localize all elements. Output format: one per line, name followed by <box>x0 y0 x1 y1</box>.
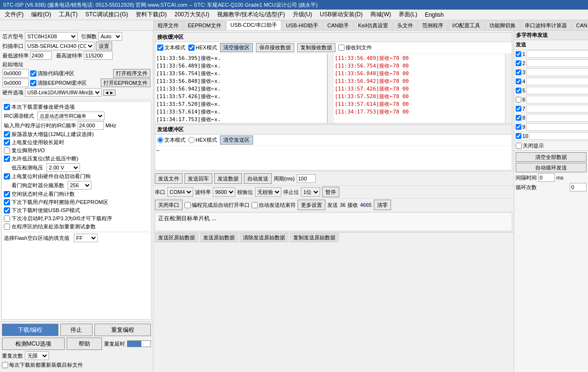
menu-item-usbdriver[interactable]: USB驱动安装(D) <box>317 10 365 19</box>
opt-reset-pin-cb[interactable] <box>4 147 10 154</box>
menu-item-jokes[interactable]: 200万大笑(U) <box>172 10 212 19</box>
auto-end-cb[interactable] <box>252 202 258 208</box>
clear-eeprom-checkbox[interactable] <box>30 80 36 86</box>
download-button[interactable]: 下载/编程 <box>2 324 58 336</box>
recv-copy-button[interactable]: 复制接收数据 <box>297 43 335 52</box>
opt-flash-fill-select[interactable]: FF <box>74 234 98 242</box>
send-data-button[interactable]: 发送数据 <box>214 173 242 184</box>
tab-usb_cdc[interactable]: USB-CDC/串口助手 <box>226 20 281 30</box>
ms-row-input-9[interactable] <box>526 123 588 131</box>
ms-row-cb-8[interactable] <box>516 115 521 121</box>
send-text-mode-radio[interactable] <box>157 137 163 143</box>
send-content[interactable]: — <box>155 146 512 170</box>
opt-test-params-cb[interactable] <box>4 224 10 230</box>
hw-select[interactable]: USB-Link1D/U8W/U8W-Mini脱机、程序加 <box>25 88 102 97</box>
more-settings-button[interactable]: 更多设置 <box>298 200 325 210</box>
reload-checkbox[interactable] <box>2 362 8 368</box>
ms-interval-input[interactable] <box>538 173 555 182</box>
tab-example[interactable]: 范例程序 <box>418 21 448 30</box>
bottom-tab-3[interactable]: 复制发送原始数据 <box>290 233 339 242</box>
reset-count-select[interactable]: 无限 <box>25 351 49 360</box>
addr2-input[interactable] <box>2 79 29 87</box>
ms-row-cb-3[interactable] <box>516 69 521 75</box>
opt-low-voltage-level-select[interactable]: 2.00 V <box>46 163 80 172</box>
recv-right-panel[interactable]: [11:33:56.489]接收←78 00[11:33:56.754]接收←7… <box>334 54 506 123</box>
recv-text-mode-label[interactable]: 文本模式 <box>157 44 185 51</box>
scan-port-select[interactable]: USB-SERIAL CH340 (COM3) <box>25 42 94 50</box>
tab-eeprom_file[interactable]: EEPROM文件 <box>184 21 226 30</box>
lead-count-select[interactable]: Auto <box>98 32 122 41</box>
tab-keil[interactable]: Keil仿真设置 <box>354 21 392 30</box>
send-text-mode-label[interactable]: 文本模式 <box>157 136 185 144</box>
stop-select[interactable]: 1位 <box>301 187 320 197</box>
tab-program_file[interactable]: 程序文件 <box>153 21 183 30</box>
min-baud-input[interactable] <box>30 51 52 60</box>
opt-next-load-eeprom-cb[interactable] <box>4 199 10 205</box>
ms-clear-all-button[interactable]: 清空全部数据 <box>516 152 587 162</box>
hw-scroll-btn[interactable]: ◄► <box>103 90 115 96</box>
bottom-tab-0[interactable]: 发送区原始数据 <box>155 233 198 242</box>
opt-irc-mode-select[interactable]: 总是动态调节IRC频率 <box>37 112 104 120</box>
recv-text-mode-cb[interactable] <box>157 45 163 51</box>
check-mcu-button[interactable]: 检测MCU选项 <box>2 338 65 350</box>
tab-baud_calc[interactable]: 串口波特率计算器 <box>520 21 571 30</box>
clear-eeprom-checkbox-label[interactable]: 清除EEPROM缓冲区 <box>30 79 87 87</box>
recv-right-scrollbar[interactable] <box>505 54 512 123</box>
baud-select[interactable]: 9600 <box>213 187 235 197</box>
menu-item-file[interactable]: 文件(F) <box>2 10 26 19</box>
chip-type-select[interactable]: STC8H1K08 <box>25 32 78 41</box>
recv-to-file-label[interactable]: 接收到文件 <box>338 44 372 51</box>
send-file-button[interactable]: 发送文件 <box>155 173 183 184</box>
auto-end-label[interactable]: 自动发送结束符 <box>252 202 296 209</box>
addr1-input[interactable] <box>2 69 29 78</box>
recv-to-file-cb[interactable] <box>338 45 345 51</box>
stop-button[interactable]: 停止 <box>60 324 93 336</box>
ms-row-input-4[interactable] <box>526 78 588 85</box>
period-input[interactable] <box>297 174 316 183</box>
recv-save-button[interactable]: 保存接收数据 <box>256 43 294 52</box>
clear-count-button[interactable]: 清零 <box>374 200 391 210</box>
opt-osc-gain-cb[interactable] <box>4 131 10 137</box>
opt-next-usb-isp-cb[interactable] <box>4 207 10 214</box>
opt-watchdog-div-select[interactable]: 256 <box>68 181 92 190</box>
tab-can_calc[interactable]: CAN波特率计 <box>572 21 588 30</box>
tab-io_config[interactable]: I/O配置工具 <box>448 21 485 30</box>
ms-row-input-8[interactable] <box>526 114 588 122</box>
ms-loop-count-input[interactable] <box>570 183 587 192</box>
opt-reset-delay-cb[interactable] <box>4 139 10 146</box>
reload-checkbox-label[interactable]: 每次下载前都重新装载目标文件 <box>2 361 83 369</box>
recv-clear-button[interactable]: 清空接收区 <box>220 43 253 52</box>
port-select[interactable]: COM4 <box>167 187 193 197</box>
send-hex-mode-label[interactable]: HEX模式 <box>188 136 217 144</box>
menu-item-tools[interactable]: 工具(T) <box>56 10 81 19</box>
opt-low-voltage-cb[interactable] <box>4 156 10 162</box>
recv-left-scrollbar[interactable] <box>327 54 334 123</box>
auto-open-cb[interactable] <box>184 202 191 208</box>
redownload-button[interactable]: 重复编程 <box>94 324 151 336</box>
ms-close-tips-label[interactable]: 关闭提示 <box>516 142 544 149</box>
ms-row-input-3[interactable] <box>526 68 588 76</box>
parity-select[interactable]: 无校验 <box>255 187 281 197</box>
bottom-tab-2[interactable]: 清除发送原始数据 <box>240 233 288 242</box>
clear-code-checkbox-label[interactable]: 清除代码缓冲区 <box>30 70 74 77</box>
clear-code-checkbox[interactable] <box>30 70 36 77</box>
ms-row-input-1[interactable] <box>526 50 588 58</box>
ms-row-cb-4[interactable] <box>516 79 521 84</box>
ms-row-cb-1[interactable] <box>516 51 521 57</box>
opt-idle-stop-cb[interactable] <box>4 191 10 197</box>
open-eeprom-button[interactable]: 打开EEPROM文件 <box>101 79 150 87</box>
recv-hex-mode-label[interactable]: HEX模式 <box>188 44 217 51</box>
recv-hex-mode-cb[interactable] <box>188 45 195 51</box>
bottom-tab-1[interactable]: 发送原始数据 <box>200 233 238 242</box>
recv-left-panel[interactable]: [11:33:56.395]接收←x.[11:33:56.489]接收←x.[1… <box>155 54 327 123</box>
send-reply-button[interactable]: 发送回车 <box>184 173 212 184</box>
ms-row-input-5[interactable] <box>526 87 588 94</box>
menu-item-download[interactable]: 资料下载(D) <box>133 10 170 19</box>
ms-row-cb-2[interactable] <box>516 60 521 66</box>
menu-item-program[interactable]: 编程(O) <box>28 10 54 19</box>
ms-row-cb-7[interactable] <box>516 106 521 112</box>
send-hex-mode-radio[interactable] <box>188 137 195 143</box>
close-port-button[interactable]: 关闭串口 <box>155 200 183 210</box>
tab-func_pin[interactable]: 功能脚切换 <box>485 21 520 30</box>
opt-irc-freq-input[interactable] <box>78 121 104 130</box>
